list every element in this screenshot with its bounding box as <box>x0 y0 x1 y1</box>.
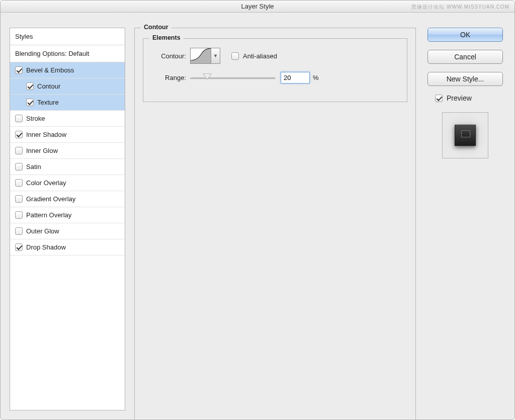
dialog-content: Styles Blending Options: Default Bevel &… <box>1 13 514 419</box>
slider-thumb[interactable] <box>203 73 212 80</box>
style-item-label: Inner Shadow <box>26 131 66 138</box>
style-checkbox[interactable] <box>15 147 23 154</box>
style-item-label: Satin <box>26 163 41 171</box>
preview-checkbox[interactable] <box>435 95 443 102</box>
range-row: Range: % <box>151 72 399 83</box>
style-item-label: Color Overlay <box>26 179 66 187</box>
style-checkbox[interactable] <box>15 211 23 219</box>
contour-label: Contour: <box>151 52 190 60</box>
style-item-color-overlay[interactable]: Color Overlay <box>10 175 125 191</box>
style-item-label: Contour <box>37 82 60 90</box>
style-checkbox[interactable] <box>15 163 23 171</box>
style-item-label: Drop Shadow <box>26 243 66 251</box>
style-checkbox[interactable] <box>15 66 23 74</box>
style-checkbox[interactable] <box>26 82 34 90</box>
style-item-outer-glow[interactable]: Outer Glow <box>10 223 125 239</box>
style-item-stroke[interactable]: Stroke <box>10 111 125 127</box>
preview-label: Preview <box>447 94 472 102</box>
style-item-bevel-emboss[interactable]: Bevel & Emboss <box>10 62 125 78</box>
contour-dropdown-button[interactable]: ▼ <box>211 48 220 64</box>
contour-row: Contour: ▼ Anti-aliased <box>151 48 399 64</box>
style-item-inner-shadow[interactable]: Inner Shadow <box>10 127 125 143</box>
percent-label: % <box>313 74 319 81</box>
style-item-satin[interactable]: Satin <box>10 159 125 175</box>
style-item-label: Gradient Overlay <box>26 195 75 203</box>
style-checkbox[interactable] <box>26 99 34 106</box>
preview-row: Preview <box>435 94 472 102</box>
styles-header[interactable]: Styles <box>10 28 125 45</box>
chevron-down-icon: ▼ <box>213 53 218 58</box>
style-item-label: Stroke <box>26 115 45 122</box>
style-item-label: Bevel & Emboss <box>26 66 74 74</box>
blending-options-header[interactable]: Blending Options: Default <box>10 45 125 62</box>
style-checkbox[interactable] <box>15 227 23 235</box>
style-checkbox[interactable] <box>15 243 23 251</box>
range-label: Range: <box>151 74 190 81</box>
anti-aliased-row: Anti-aliased <box>231 52 277 60</box>
ok-button[interactable]: OK <box>427 28 503 42</box>
contour-thumbnail[interactable] <box>190 48 211 64</box>
style-item-pattern-overlay[interactable]: Pattern Overlay <box>10 207 125 223</box>
style-item-drop-shadow[interactable]: Drop Shadow <box>10 239 125 256</box>
style-item-label: Texture <box>37 99 59 106</box>
new-style-button[interactable]: New Style... <box>427 72 503 86</box>
preview-swatch <box>455 125 476 146</box>
style-checkbox[interactable] <box>15 115 23 122</box>
style-checkbox[interactable] <box>15 179 23 187</box>
layer-style-dialog: Layer Style 思缘设计论坛 WWW.MISSYUAN.COM Styl… <box>0 0 515 420</box>
contour-group: Contour Elements Contour: ▼ <box>134 28 416 420</box>
right-button-column: OK Cancel New Style... Preview <box>425 28 505 410</box>
style-item-inner-glow[interactable]: Inner Glow <box>10 143 125 159</box>
anti-aliased-label: Anti-aliased <box>243 52 277 60</box>
style-item-label: Outer Glow <box>26 227 59 235</box>
style-item-label: Pattern Overlay <box>26 211 71 219</box>
style-checkbox[interactable] <box>15 195 23 203</box>
preview-box <box>442 112 488 158</box>
style-item-label: Inner Glow <box>26 147 58 154</box>
anti-aliased-checkbox[interactable] <box>231 52 239 60</box>
style-item-gradient-overlay[interactable]: Gradient Overlay <box>10 191 125 207</box>
style-item-contour[interactable]: Contour <box>10 78 125 95</box>
elements-group: Elements Contour: ▼ <box>143 38 407 102</box>
settings-area: Contour Elements Contour: ▼ <box>134 28 416 410</box>
watermark-text: 思缘设计论坛 WWW.MISSYUAN.COM <box>411 4 509 11</box>
range-input[interactable] <box>281 72 310 83</box>
style-checkbox[interactable] <box>15 131 23 138</box>
contour-group-title: Contour <box>141 24 171 31</box>
elements-group-title: Elements <box>149 34 184 41</box>
cancel-button[interactable]: Cancel <box>427 50 503 64</box>
styles-list: Bevel & EmbossContourTextureStrokeInner … <box>10 62 125 256</box>
styles-panel: Styles Blending Options: Default Bevel &… <box>10 28 125 410</box>
style-item-texture[interactable]: Texture <box>10 95 125 111</box>
range-slider[interactable] <box>190 73 276 83</box>
